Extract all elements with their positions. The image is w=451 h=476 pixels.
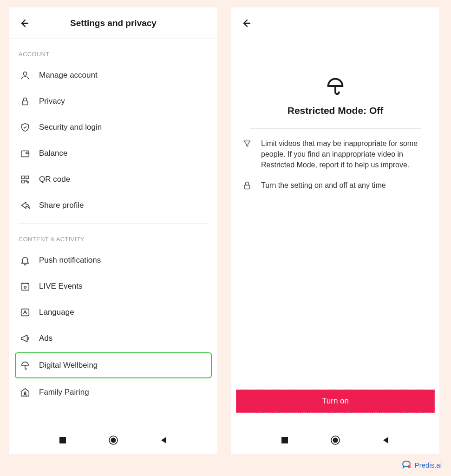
predis-logo-icon [401, 459, 412, 470]
page-title: Settings and privacy [31, 18, 196, 28]
svg-rect-5 [26, 176, 29, 179]
bell-icon [20, 255, 31, 266]
menu-label: Ads [39, 334, 52, 343]
menu-item-balance[interactable]: Balance [18, 140, 209, 166]
nav-home-button[interactable] [330, 435, 340, 445]
svg-rect-6 [22, 180, 25, 183]
svg-rect-4 [22, 176, 25, 179]
menu-item-ads[interactable]: Ads [18, 325, 209, 351]
share-icon [20, 200, 31, 211]
svg-point-23 [333, 438, 338, 443]
menu-label: Manage account [39, 71, 98, 80]
svg-rect-15 [59, 437, 66, 443]
svg-rect-9 [21, 284, 29, 291]
restricted-mode-screen: Restricted Mode: Off Limit videos that m… [231, 7, 439, 454]
shield-icon [20, 122, 31, 133]
svg-point-12 [24, 286, 26, 289]
turn-on-button[interactable]: Turn on [236, 390, 435, 413]
umbrella-icon [325, 75, 346, 97]
svg-point-25 [408, 465, 411, 468]
settings-content: ACCOUNT Manage account Privacy Security … [9, 39, 217, 427]
svg-rect-7 [26, 180, 27, 182]
svg-marker-18 [161, 437, 166, 443]
menu-label: QR code [39, 175, 70, 184]
info-row-lock: Turn the setting on and off at any time [240, 171, 431, 191]
restricted-header [231, 7, 439, 38]
info-row-filter: Limit videos that may be inappropriate f… [240, 129, 431, 171]
menu-label: Balance [39, 149, 67, 158]
lock-icon [20, 96, 31, 107]
nav-home-button[interactable] [108, 435, 118, 445]
svg-marker-24 [383, 437, 388, 443]
brand-watermark: Predis.ai [401, 459, 442, 470]
section-divider [18, 223, 209, 224]
wallet-icon [20, 148, 31, 159]
divider [250, 128, 421, 129]
arrow-left-icon [19, 18, 30, 29]
menu-item-share-profile[interactable]: Share profile [18, 192, 209, 218]
info-text: Turn the setting on and off at any time [261, 180, 386, 191]
svg-rect-2 [22, 101, 28, 105]
android-nav-bar [231, 427, 439, 454]
svg-point-14 [24, 392, 26, 394]
menu-label: Push notifications [39, 256, 101, 265]
svg-rect-8 [27, 182, 29, 183]
menu-item-live-events[interactable]: LIVE Events [18, 273, 209, 299]
menu-item-privacy[interactable]: Privacy [18, 88, 209, 114]
settings-header: Settings and privacy [9, 7, 217, 39]
svg-point-17 [111, 438, 116, 443]
menu-item-security[interactable]: Security and login [18, 114, 209, 140]
menu-label: Family Pairing [39, 388, 89, 397]
menu-label: Security and login [39, 123, 102, 132]
language-icon [20, 307, 31, 318]
nav-recent-button[interactable] [58, 435, 68, 445]
settings-screen: Settings and privacy ACCOUNT Manage acco… [9, 7, 217, 454]
qr-icon [20, 174, 31, 185]
android-nav-bar [9, 427, 217, 454]
family-icon [20, 387, 31, 398]
megaphone-icon [20, 333, 31, 344]
section-header-content-activity: CONTENT & ACTIVITY [19, 236, 209, 243]
section-header-account: ACCOUNT [19, 51, 209, 58]
nav-recent-button[interactable] [280, 435, 290, 445]
menu-item-digital-wellbeing[interactable]: Digital Wellbeing [15, 352, 212, 378]
back-button[interactable] [18, 17, 31, 30]
nav-back-button[interactable] [159, 435, 169, 445]
lock-icon [242, 181, 253, 191]
menu-label: LIVE Events [39, 282, 83, 291]
arrow-left-icon [241, 18, 252, 29]
menu-label: Share profile [39, 201, 84, 210]
info-text: Limit videos that may be inappropriate f… [261, 138, 428, 171]
calendar-icon [20, 281, 31, 292]
menu-item-family-pairing[interactable]: Family Pairing [18, 379, 209, 405]
svg-rect-20 [244, 185, 250, 189]
menu-label: Language [39, 308, 74, 317]
menu-item-language[interactable]: Language [18, 299, 209, 325]
nav-back-button[interactable] [381, 435, 391, 445]
restricted-content: Restricted Mode: Off Limit videos that m… [231, 38, 439, 390]
svg-rect-21 [281, 437, 288, 443]
filter-icon [242, 139, 253, 149]
person-icon [20, 70, 31, 81]
menu-item-push-notifications[interactable]: Push notifications [18, 247, 209, 273]
menu-item-manage-account[interactable]: Manage account [18, 62, 209, 88]
back-button[interactable] [240, 17, 253, 30]
svg-point-1 [23, 72, 26, 75]
umbrella-icon [20, 360, 31, 371]
menu-item-qr-code[interactable]: QR code [18, 166, 209, 192]
brand-text: Predis.ai [415, 461, 442, 469]
menu-label: Privacy [39, 97, 65, 106]
restricted-mode-title: Restricted Mode: Off [288, 105, 384, 116]
menu-label: Digital Wellbeing [39, 361, 98, 370]
